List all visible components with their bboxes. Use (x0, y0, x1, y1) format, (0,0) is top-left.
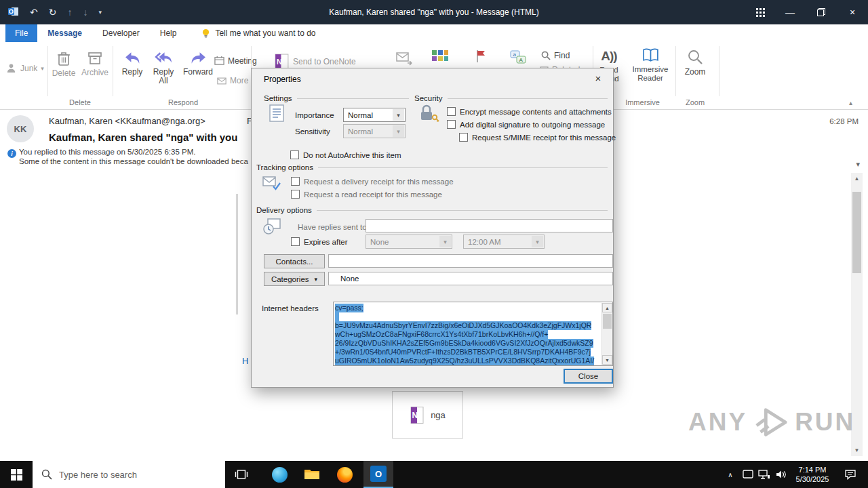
encrypt-checkbox[interactable]: Encrypt message contents and attachments (447, 108, 612, 116)
next-item-icon[interactable]: ↓ (83, 7, 87, 17)
zoom-button[interactable]: Zoom (679, 49, 711, 77)
archive-icon (87, 50, 103, 66)
onenote-attachment-icon: N (410, 406, 425, 424)
headers-scrollbar[interactable]: ▲ ▼ (601, 303, 612, 365)
reply-all-button[interactable]: Reply All (149, 50, 178, 85)
scrollbar-thumb[interactable] (852, 192, 861, 273)
header-line: b=JU9vMzu4AdnuSbyrYEnvI7zzBig/x6eOiDJXd5… (335, 321, 600, 330)
from-address[interactable]: Kaufman, Karen <KKaufman@nga.org> (49, 116, 205, 126)
outlook-taskbar-button[interactable]: O (363, 461, 393, 488)
previous-item-icon[interactable]: ↑ (67, 7, 72, 17)
body-link-fragment[interactable]: H (242, 356, 248, 366)
tab-help[interactable]: Help (150, 24, 187, 42)
tell-me-box[interactable]: Tell me what you want to do (201, 24, 315, 42)
digital-signature-label: Add digital signature to outgoing messag… (460, 121, 605, 129)
expires-date-select[interactable]: None ▾ (366, 235, 452, 249)
quick-steps-grid-icon[interactable] (431, 49, 449, 69)
header-text: 26/9IzzQbVDuShIKHA2sZEf5Gm9bESkDa4kiood6… (335, 339, 593, 348)
tab-file[interactable]: File (5, 24, 37, 42)
task-view-button[interactable] (228, 461, 255, 488)
follow-up-flag-icon[interactable] (475, 49, 487, 66)
action-center-icon (844, 469, 856, 480)
send-receive-icon[interactable]: ↻ (49, 7, 57, 17)
chevron-down-icon: ▾ (532, 236, 543, 247)
expires-time-select[interactable]: 12:00 AM ▾ (463, 235, 545, 249)
importance-select[interactable]: Normal ▾ (343, 108, 406, 122)
tray-network-button[interactable] (757, 461, 772, 488)
attachment-card[interactable]: N nga (392, 391, 463, 439)
expires-after-checkbox[interactable]: Expires after (291, 238, 348, 246)
taskbar-search[interactable] (33, 461, 225, 488)
contacts-button[interactable]: Contacts... (264, 254, 325, 268)
internet-headers-label: Internet headers (262, 304, 319, 312)
start-button[interactable] (0, 461, 33, 488)
immersive-reader-button[interactable]: Immersive Reader (631, 47, 670, 83)
action-center-button[interactable] (837, 461, 864, 488)
encrypt-label: Encrypt message contents and attachments (460, 108, 612, 116)
find-button[interactable]: Find (541, 51, 570, 60)
more-respond-button[interactable]: More ▾ (217, 76, 255, 85)
apps-grid-icon[interactable] (746, 0, 774, 24)
delivery-receipt-checkbox[interactable]: Request a delivery receipt for this mess… (291, 178, 454, 186)
expand-infobar-icon[interactable]: ▾ (856, 160, 860, 169)
sensitivity-select[interactable]: Normal ▾ (343, 124, 406, 138)
message-content-edge (237, 194, 237, 314)
internet-headers-box[interactable]: cv=pass; b=JU9vMzu4AdnuSbyrYEnvI7zzBig/x… (333, 302, 613, 366)
file-explorer-icon (304, 468, 320, 481)
scroll-down-icon[interactable]: ▼ (851, 445, 863, 456)
contacts-field[interactable] (328, 254, 613, 268)
autoarchive-checkbox[interactable]: Do not AutoArchive this item (290, 151, 401, 159)
categories-field[interactable]: None (328, 272, 613, 285)
restore-button[interactable] (806, 0, 837, 24)
restore-icon (817, 8, 825, 16)
tray-volume-button[interactable] (773, 461, 788, 488)
dialog-titlebar[interactable]: Properties × (252, 68, 613, 89)
tab-message[interactable]: Message (37, 24, 92, 42)
move-icon[interactable] (396, 50, 414, 69)
file-explorer-taskbar-button[interactable] (298, 461, 326, 488)
digital-signature-checkbox[interactable]: Add digital signature to outgoing messag… (447, 121, 605, 129)
firefox-taskbar-button[interactable] (331, 461, 358, 488)
delete-button[interactable]: Delete (49, 50, 79, 78)
close-window-button[interactable]: × (837, 0, 868, 24)
scrollbar-thumb[interactable] (603, 314, 612, 329)
undo-icon[interactable]: ↶ (30, 7, 38, 17)
archive-button[interactable]: Archive (79, 50, 111, 77)
taskbar-clock[interactable]: 7:14 PM 5/30/2025 (791, 465, 834, 484)
forward-button[interactable]: Forward (180, 50, 216, 77)
dialog-close-icon[interactable]: × (591, 73, 605, 84)
smime-receipt-checkbox[interactable]: Request S/MIME receipt for this message (459, 134, 616, 142)
info-line-2: Some of the content in this message coul… (19, 157, 248, 165)
scroll-up-icon[interactable]: ▲ (851, 173, 863, 184)
header-text: b=JU9vMzu4AdnuSbyrYEnvI7zzBig/x6eOiDJXd5… (335, 321, 591, 330)
svg-text:N: N (277, 58, 282, 66)
tab-developer[interactable]: Developer (92, 24, 150, 42)
scroll-up-icon[interactable]: ▲ (602, 303, 612, 312)
junk-button[interactable]: Junk ▾ (5, 62, 44, 74)
customize-qat-icon[interactable]: ▾ (98, 9, 102, 16)
windows-logo-icon (11, 469, 22, 481)
categories-button[interactable]: Categories ▾ (264, 272, 325, 286)
meeting-label: Meeting (228, 56, 257, 66)
reply-label: Reply (122, 68, 143, 77)
minimize-button[interactable]: — (774, 0, 806, 24)
scroll-down-icon[interactable]: ▼ (602, 355, 612, 365)
read-receipt-checkbox[interactable]: Request a read receipt for this message (291, 190, 442, 199)
tray-hidden-icons-button[interactable]: ∧ (723, 461, 738, 488)
reply-button[interactable]: Reply (117, 50, 148, 77)
zoom-label: Zoom (685, 68, 706, 77)
clock-date: 5/30/2025 (791, 474, 834, 484)
translate-icon[interactable]: aA (510, 50, 526, 68)
search-input[interactable] (59, 470, 208, 480)
categories-value: None (329, 272, 612, 283)
header-text: +/3wRn1/0S4bnfU40mPVRctF+IthzsD2BkBTB5XP… (335, 348, 591, 357)
replies-sent-field[interactable] (366, 219, 613, 232)
close-button[interactable]: Close (564, 369, 613, 384)
tray-tablet-button[interactable] (741, 461, 755, 488)
header-line: 26/9IzzQbVDuShIKHA2sZEf5Gm9bESkDa4kiood6… (335, 339, 600, 348)
quick-access-toolbar: ↶ ↻ ↑ ↓ ▾ (8, 0, 102, 24)
edge-taskbar-button[interactable] (266, 461, 293, 488)
tell-me-label: Tell me what you want to do (215, 28, 315, 38)
search-icon (41, 469, 52, 480)
collapse-ribbon-icon[interactable]: ▴ (849, 99, 852, 106)
